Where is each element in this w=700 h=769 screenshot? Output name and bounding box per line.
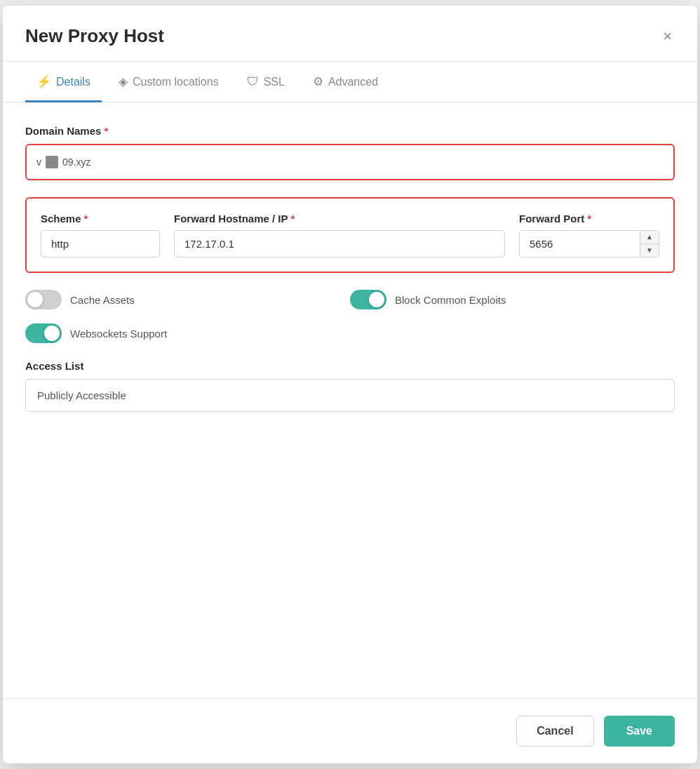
lightning-icon: ⚡ bbox=[36, 74, 51, 89]
tab-advanced-label: Advanced bbox=[328, 76, 378, 88]
access-list-group: Access List Publicly Accessible bbox=[25, 360, 675, 412]
domain-names-group: Domain Names * v 09.xyz bbox=[25, 125, 675, 180]
cache-assets-label: Cache Assets bbox=[70, 294, 135, 306]
domain-tag-suffix: 09.xyz bbox=[62, 156, 90, 168]
websockets-toggle[interactable] bbox=[25, 323, 62, 343]
cancel-button[interactable]: Cancel bbox=[516, 716, 593, 747]
scheme-label: Scheme * bbox=[41, 213, 160, 225]
toggles-row: Cache Assets Block Common Exploits bbox=[25, 290, 675, 309]
forward-hostname-input[interactable] bbox=[174, 230, 505, 258]
modal-footer: Cancel Save bbox=[3, 698, 697, 763]
gear-icon: ⚙ bbox=[313, 74, 323, 89]
scheme-input[interactable] bbox=[41, 230, 160, 258]
domain-names-label: Domain Names * bbox=[25, 125, 675, 137]
forward-hostname-col: Forward Hostname / IP * bbox=[174, 213, 505, 258]
forward-port-wrap: ▲ ▼ bbox=[519, 230, 659, 258]
layers-icon: ◈ bbox=[119, 74, 128, 89]
websockets-row: Websockets Support bbox=[25, 323, 675, 343]
domain-names-input[interactable]: v 09.xyz bbox=[25, 144, 675, 180]
websockets-knob bbox=[44, 326, 60, 341]
modal-dialog: New Proxy Host × ⚡ Details ◈ Custom loca… bbox=[3, 6, 697, 763]
tab-custom-locations-label: Custom locations bbox=[133, 76, 219, 88]
tabs-bar: ⚡ Details ◈ Custom locations 🛡 SSL ⚙ Adv… bbox=[3, 62, 697, 102]
modal-title: New Proxy Host bbox=[25, 25, 164, 47]
tab-advanced[interactable]: ⚙ Advanced bbox=[302, 62, 389, 102]
block-exploits-knob bbox=[369, 292, 384, 307]
cache-assets-toggle[interactable] bbox=[25, 290, 62, 309]
tab-details[interactable]: ⚡ Details bbox=[25, 62, 102, 102]
modal-header: New Proxy Host × bbox=[3, 6, 697, 62]
forward-port-input[interactable] bbox=[520, 231, 640, 257]
close-button[interactable]: × bbox=[660, 26, 675, 47]
access-list-select[interactable]: Publicly Accessible bbox=[25, 379, 675, 412]
domain-tag-prefix: v bbox=[36, 156, 41, 168]
tab-ssl-label: SSL bbox=[264, 76, 285, 88]
port-down-button[interactable]: ▼ bbox=[640, 244, 659, 257]
shield-icon: 🛡 bbox=[247, 75, 259, 89]
cache-assets-toggle-item: Cache Assets bbox=[25, 290, 350, 309]
websockets-label: Websockets Support bbox=[70, 328, 167, 340]
modal-body: Domain Names * v 09.xyz Scheme * bbox=[3, 102, 697, 698]
save-button[interactable]: Save bbox=[604, 716, 675, 747]
domain-tag-icon bbox=[46, 156, 58, 168]
scheme-row: Scheme * Forward Hostname / IP * Forward… bbox=[25, 197, 675, 273]
forward-port-col: Forward Port * ▲ ▼ bbox=[519, 213, 659, 258]
port-spinner: ▲ ▼ bbox=[640, 231, 659, 257]
domain-tag: v 09.xyz bbox=[36, 156, 90, 168]
domain-names-required: * bbox=[104, 125, 108, 137]
port-up-button[interactable]: ▲ bbox=[640, 231, 659, 243]
tab-details-label: Details bbox=[56, 76, 90, 88]
block-exploits-label: Block Common Exploits bbox=[395, 294, 506, 306]
access-list-label: Access List bbox=[25, 360, 675, 372]
tab-custom-locations[interactable]: ◈ Custom locations bbox=[107, 62, 230, 102]
block-exploits-toggle-item: Block Common Exploits bbox=[350, 290, 675, 309]
scheme-col: Scheme * bbox=[41, 213, 160, 258]
forward-port-label: Forward Port * bbox=[519, 213, 659, 225]
tab-ssl[interactable]: 🛡 SSL bbox=[236, 62, 296, 102]
forward-hostname-label: Forward Hostname / IP * bbox=[174, 213, 505, 225]
cache-assets-knob bbox=[27, 292, 43, 307]
block-exploits-toggle[interactable] bbox=[350, 290, 386, 309]
